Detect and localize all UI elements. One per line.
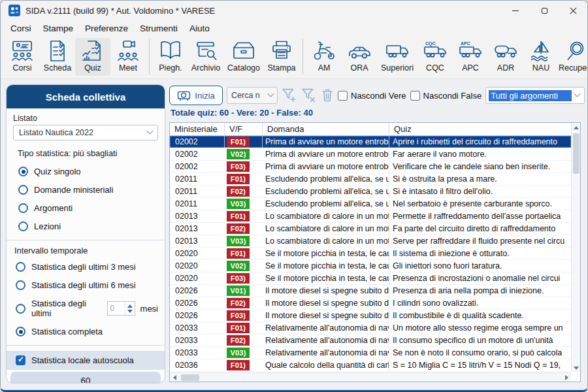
cell-ministeriale: 02011 <box>170 186 225 197</box>
radio-statistica-completa[interactable]: Statistica completa <box>16 327 158 336</box>
table-row[interactable]: 02033 V03) Relativamente all'autonomia d… <box>170 347 571 359</box>
table-row[interactable]: 02011 F02) Escludendo problemi all'elica… <box>170 186 571 198</box>
content-area: Scheda collettiva Listato Listato Nautic… <box>1 79 587 390</box>
toolbar-label: Recupero <box>559 63 588 73</box>
printer-icon <box>269 39 294 63</box>
radio-icon <box>18 221 28 231</box>
filter-clear-icon[interactable] <box>301 88 317 103</box>
vf-badge: F01) <box>227 211 250 221</box>
maximize-button[interactable] <box>530 1 559 20</box>
menu-strumenti[interactable]: Strumenti <box>134 22 184 35</box>
statistica-locale-checkbox-row[interactable]: Statistica locale autoscuola <box>7 351 165 370</box>
hide-false-checkbox-row[interactable]: Nascondi False <box>410 91 482 101</box>
cell-ministeriale: 02036 <box>170 359 225 371</box>
trash-icon[interactable] <box>321 88 334 103</box>
scroll-up-icon[interactable] <box>572 123 581 132</box>
table-row[interactable]: 02026 F02) Il motore diesel si spegne su… <box>170 297 571 310</box>
table-row[interactable]: 02002 V02) Prima di avviare un motore en… <box>170 148 571 161</box>
horizontal-scrollbar[interactable] <box>170 372 571 382</box>
checkbox-checked-icon[interactable] <box>16 355 25 365</box>
quiz-stats-icon <box>80 39 105 63</box>
vf-badge: F01) <box>227 360 250 370</box>
radio-domande-ministeriali[interactable]: Domande ministeriali <box>18 185 158 195</box>
checkbox-icon[interactable] <box>410 91 420 101</box>
vertical-scrollbar[interactable] <box>571 123 580 372</box>
table-row[interactable]: 02011 F01) Escludendo problemi all'elica… <box>170 173 571 186</box>
menu-corsi[interactable]: Corsi <box>5 22 37 35</box>
table-row[interactable]: 02020 F01) Se il motore picchia in testa… <box>170 248 571 260</box>
toolbar-label: Scheda <box>44 63 71 73</box>
toolbar-stampa-button[interactable]: Stampa <box>264 38 299 76</box>
toolbar-ora-button[interactable]: ORA <box>342 38 377 76</box>
radio-argomenti[interactable]: Argomenti <box>18 203 158 213</box>
column-vf[interactable]: V/F <box>225 123 263 135</box>
radio-ultimi-3-mesi[interactable]: Statistica degli ultimi 3 mesi <box>16 262 158 272</box>
vf-badge: V03) <box>227 348 250 358</box>
toolbar-catalogo-button[interactable]: Catalogo <box>223 38 264 76</box>
toolbar-superiori-button[interactable]: Superiori <box>377 38 417 76</box>
toolbar-label: ORA <box>350 63 368 73</box>
cell-vf: F03) <box>225 161 263 172</box>
toolbar-quiz-button[interactable]: Quiz <box>75 38 110 76</box>
table-row[interactable]: 02033 F02) Relativamente all'autonomia d… <box>170 335 571 347</box>
table-row[interactable]: 02002 F03) Prima di avviare un motore en… <box>170 161 571 173</box>
scroll-left-icon[interactable] <box>170 373 179 382</box>
inizia-button[interactable]: Inizia <box>169 86 223 105</box>
radio-quiz-singolo[interactable]: Quiz singolo <box>18 167 158 176</box>
toolbar-nau-button[interactable]: NAU <box>523 38 559 76</box>
filter-add-icon[interactable] <box>282 88 297 103</box>
toolbar-adr-button[interactable]: ADR <box>488 38 523 76</box>
search-combo[interactable]: Cerca n <box>227 87 278 104</box>
scroll-down-icon[interactable] <box>572 363 581 372</box>
toolbar-scheda-button[interactable]: Scheda <box>40 38 75 76</box>
column-quiz[interactable]: Quiz <box>389 123 571 135</box>
table-row[interactable]: 02020 F03) Se il motore picchia in testa… <box>170 272 571 285</box>
table-row[interactable]: 02002 F01) Prima di avviare un motore en… <box>170 136 571 148</box>
table-row[interactable]: 02013 F01) Lo scambiatore di calore in u… <box>170 210 571 223</box>
mesi-spinner[interactable]: 0 <box>107 301 135 316</box>
cell-ministeriale: 02011 <box>170 173 225 185</box>
vertical-scroll-thumb[interactable] <box>573 133 580 174</box>
menu-stampe[interactable]: Stampe <box>37 22 80 35</box>
toolbar-pieghevoli-button[interactable]: Piegh. <box>153 38 188 76</box>
table-row[interactable]: 02026 V01) Il motore diesel si spegne su… <box>170 285 571 297</box>
cell-domanda: Prima di avviare un motore entrobordo a … <box>263 161 389 172</box>
totals-summary: Totale quiz: 60 - Vere: 20 - False: 40 <box>171 108 313 118</box>
radio-ultimi-n-mesi[interactable]: Statistica degli ultimi 0 mesi <box>16 299 158 318</box>
toolbar-corsi-button[interactable]: Corsi <box>5 38 40 76</box>
close-button[interactable] <box>559 1 587 20</box>
argomenti-select[interactable]: Tutti gli argomenti <box>485 87 585 104</box>
table-row[interactable]: 02013 F02) Lo scambiatore di calore in u… <box>170 223 571 235</box>
table-row[interactable]: 02020 V02) Se il motore picchia in testa… <box>170 260 571 272</box>
toolbar-cqc-button[interactable]: CQC CQC <box>417 38 453 76</box>
listato-select[interactable]: Listato Nautica 2022 <box>13 125 158 140</box>
minimize-button[interactable] <box>501 1 530 20</box>
toolbar-meet-button[interactable]: Meet <box>110 38 146 76</box>
table-row[interactable]: 02011 V03) Escludendo problemi all'elica… <box>170 198 571 210</box>
horizontal-scroll-thumb[interactable] <box>181 374 199 381</box>
radio-lezioni[interactable]: Lezioni <box>18 221 158 231</box>
hide-true-checkbox-row[interactable]: Nascondi Vere <box>338 91 406 101</box>
toolbar-label: Stampa <box>267 63 295 73</box>
table-row[interactable]: 02033 F01) Relativamente all'autonomia d… <box>170 322 571 335</box>
menu-aiuto[interactable]: Aiuto <box>184 22 216 35</box>
toolbar-archivio-button[interactable]: Archivio <box>188 38 223 76</box>
spinner-arrows[interactable] <box>125 302 135 315</box>
radio-label: Quiz singolo <box>34 167 81 176</box>
spinner-down-icon[interactable] <box>127 310 133 313</box>
toolbar-recupero-button[interactable]: Recupero <box>559 38 588 76</box>
table-row[interactable]: 02036 F01) Quale calcolo della quantità … <box>170 359 571 372</box>
table-row[interactable]: 02026 F03) Il motore diesel si spegne su… <box>170 310 571 322</box>
spinner-up-icon[interactable] <box>127 304 133 308</box>
toolbar-am-button[interactable]: AM <box>306 38 342 76</box>
menu-preferenze[interactable]: Preferenze <box>79 22 134 35</box>
toolbar-apc-button[interactable]: APC APC <box>453 38 488 76</box>
scroll-right-icon[interactable] <box>562 373 571 382</box>
column-ministeriale[interactable]: Ministeriale <box>170 123 225 135</box>
vf-badge: F01) <box>227 174 250 184</box>
checkbox-icon[interactable] <box>338 91 348 101</box>
chevron-down-icon <box>574 90 581 97</box>
table-row[interactable]: 02013 V03) Lo scambiatore di calore in u… <box>170 235 571 248</box>
column-domanda[interactable]: Domanda <box>263 123 389 135</box>
radio-ultimi-6-mesi[interactable]: Statistica degli ultimi 6 mesi <box>16 280 158 290</box>
